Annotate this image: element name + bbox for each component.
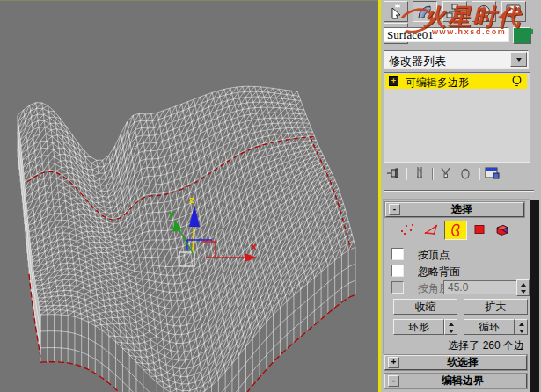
- command-panel-tabs: [384, 1, 541, 22]
- polygon-subobject-icon[interactable]: [469, 221, 490, 238]
- create-tab-icon[interactable]: [384, 1, 408, 22]
- hierarchy-tab-icon[interactable]: [442, 1, 467, 22]
- show-end-result-icon[interactable]: [412, 166, 428, 184]
- selection-rollout: - 选择: [383, 199, 530, 354]
- viewport-top-border: [0, 0, 378, 1]
- soft-selection-title: 软选择: [399, 355, 526, 370]
- pin-stack-icon[interactable]: [386, 166, 402, 184]
- motion-tab-icon[interactable]: [472, 1, 496, 22]
- collapse-plus-icon[interactable]: +: [388, 357, 399, 368]
- element-subobject-icon[interactable]: [492, 221, 513, 238]
- 3dsmax-window: 火星时代 www.hxsd.com: [0, 0, 541, 392]
- by-vertex-label: 按顶点: [418, 248, 450, 263]
- modifier-list-dropdown[interactable]: 修改器列表: [384, 50, 529, 69]
- expand-plus-icon[interactable]: +: [389, 76, 398, 86]
- lightbulb-icon[interactable]: [511, 75, 523, 91]
- modify-tab-icon[interactable]: [413, 1, 437, 22]
- ignore-backfacing-label: 忽略背面: [418, 265, 460, 279]
- command-panel: 火星时代 www.hxsd.com: [381, 0, 541, 392]
- collapse-minus-icon[interactable]: -: [389, 204, 400, 215]
- toolbar-divider: [406, 168, 407, 180]
- by-angle-row: 按角度: 45.0: [391, 281, 523, 297]
- configure-modifier-sets-icon[interactable]: [485, 166, 501, 184]
- modifier-list-arrow-button[interactable]: [510, 52, 527, 67]
- chevron-down-icon: [516, 58, 522, 62]
- soft-selection-rollout-header[interactable]: + 软选择: [384, 355, 527, 370]
- modifier-list-label: 修改器列表: [389, 54, 446, 69]
- panel-scrollbar[interactable]: [530, 200, 539, 392]
- ignore-backfacing-checkbox[interactable]: [391, 265, 404, 277]
- ring-button[interactable]: 环形: [393, 319, 444, 335]
- loop-button[interactable]: 循环: [464, 319, 515, 335]
- make-unique-icon[interactable]: [438, 166, 454, 184]
- shrink-button[interactable]: 收缩: [393, 299, 457, 315]
- selection-status: 选择了 260 个边: [399, 338, 524, 353]
- toolbar-divider: [479, 168, 480, 180]
- modifier-stack-toolbar: [381, 164, 535, 184]
- angle-spinner[interactable]: [516, 279, 530, 296]
- grow-button[interactable]: 扩大: [464, 299, 528, 315]
- panel-divider: [384, 190, 534, 192]
- by-angle-checkbox: [391, 281, 404, 294]
- edit-borders-title: 编辑边界: [399, 374, 526, 388]
- toolbar-divider: [432, 168, 434, 180]
- viewport-3d[interactable]: [0, 0, 378, 392]
- by-vertex-row: 按顶点: [391, 248, 523, 260]
- angle-value-field: 45.0: [443, 280, 517, 294]
- selection-rollout-title: 选择: [400, 202, 523, 217]
- vertex-subobject-icon[interactable]: [397, 221, 418, 238]
- by-vertex-checkbox[interactable]: [391, 248, 404, 260]
- display-tab-icon[interactable]: [501, 1, 526, 22]
- ring-spinner[interactable]: [444, 319, 457, 335]
- modifier-stack-list[interactable]: + 可编辑多边形: [384, 72, 530, 163]
- edge-subobject-icon[interactable]: [420, 221, 442, 238]
- object-name-field[interactable]: [384, 27, 509, 42]
- ignore-backfacing-row: 忽略背面: [391, 265, 523, 277]
- modifier-stack-item-label: 可编辑多边形: [406, 76, 469, 91]
- modifier-stack-item-editable-poly[interactable]: + 可编辑多边形: [385, 74, 527, 89]
- edit-borders-rollout-header[interactable]: - 编辑边界: [384, 374, 527, 388]
- loop-spinner[interactable]: [515, 319, 528, 335]
- remove-modifier-icon[interactable]: [457, 166, 473, 184]
- object-color-swatch[interactable]: [513, 27, 531, 44]
- collapse-minus-icon[interactable]: -: [388, 375, 399, 387]
- selection-rollout-header[interactable]: - 选择: [385, 202, 524, 217]
- subobject-level-row: [384, 221, 530, 240]
- border-subobject-icon[interactable]: [444, 221, 467, 240]
